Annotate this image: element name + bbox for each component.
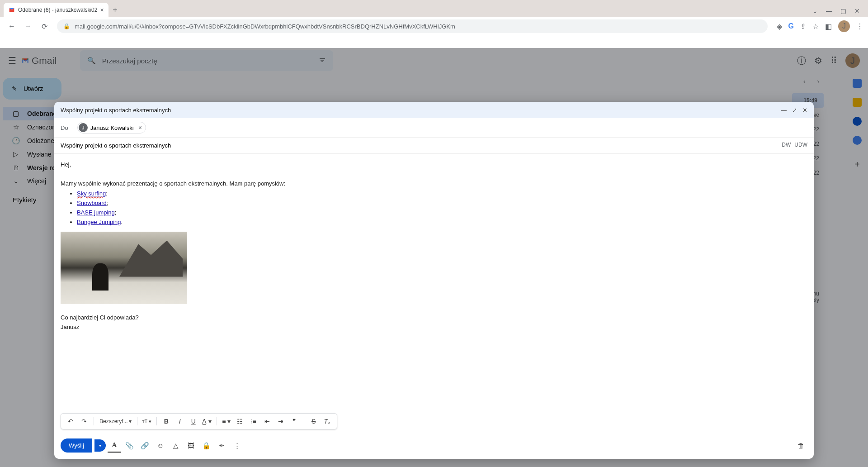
google-icon[interactable]: G xyxy=(788,22,794,30)
url-text: mail.google.com/mail/u/0/#inbox?compose=… xyxy=(75,23,455,30)
body-link[interactable]: Snowboard xyxy=(77,200,107,206)
eye-icon[interactable]: ◈ xyxy=(777,22,782,31)
toolbar-icons: ◈ G ⇪ ☆ ◧ J ⋮ xyxy=(773,20,863,32)
confidential-button[interactable]: 🔒 xyxy=(200,439,213,453)
body-link[interactable]: Sky surfing xyxy=(77,190,106,197)
fullscreen-compose-icon[interactable]: ⤢ xyxy=(792,107,797,114)
bcc-button[interactable]: UDW xyxy=(794,142,807,148)
compose-footer: Wyślij ▾ A 📎 🔗 ☺ △ 🖼 🔒 ✒ ⋮ 🗑 xyxy=(54,434,814,459)
unordered-list-button[interactable]: ⁝≡ xyxy=(248,415,259,427)
send-options-button[interactable]: ▾ xyxy=(94,439,106,452)
minimize-compose-icon[interactable]: — xyxy=(781,107,787,114)
more-options-button[interactable]: ⋮ xyxy=(231,439,244,453)
drive-button[interactable]: △ xyxy=(169,439,183,453)
compose-body[interactable]: Hej, Mamy wspólnie wykonać prezentację o… xyxy=(54,154,814,413)
body-link[interactable]: Bungee Jumping xyxy=(77,219,121,225)
maximize-icon[interactable]: ▢ xyxy=(840,7,846,14)
body-list: Sky surfing; Snowboard; BASE jumping; Bu… xyxy=(61,189,807,227)
font-size-button[interactable]: тT ▾ xyxy=(141,415,153,427)
close-compose-icon[interactable]: ✕ xyxy=(802,107,807,114)
browser-tab[interactable]: Odebrane (6) - januszkowalski02 × xyxy=(4,3,108,17)
strikethrough-button[interactable]: S xyxy=(308,415,320,427)
recipient-chip[interactable]: J Janusz Kowalski × xyxy=(77,122,146,133)
kebab-menu-icon[interactable]: ⋮ xyxy=(856,22,863,31)
bold-button[interactable]: B xyxy=(160,415,172,427)
to-label: Do xyxy=(61,124,68,131)
body-signature: Janusz xyxy=(61,323,807,332)
subject-input[interactable]: Wspólny projekt o sportach ekstremalnych xyxy=(54,138,814,154)
formatting-toolbar: ↶ ↷ Bezszeryf... ▾ тT ▾ B I U A̲ ▾ ≡ ▾ ☷… xyxy=(61,413,337,429)
text-color-button[interactable]: A̲ ▾ xyxy=(201,415,213,427)
undo-button[interactable]: ↶ xyxy=(65,415,76,427)
new-tab-button[interactable]: + xyxy=(108,3,122,17)
to-row[interactable]: Do J Janusz Kowalski × DW UDW xyxy=(54,118,814,138)
embedded-image[interactable] xyxy=(61,232,187,304)
forward-button[interactable]: → xyxy=(21,19,35,33)
send-button[interactable]: Wyślij xyxy=(61,438,92,453)
remove-recipient-icon[interactable]: × xyxy=(138,124,142,131)
redo-button[interactable]: ↷ xyxy=(78,415,90,427)
share-icon[interactable]: ⇪ xyxy=(800,22,806,31)
ordered-list-button[interactable]: ☷ xyxy=(234,415,246,427)
extensions-icon[interactable]: ◧ xyxy=(825,22,832,31)
cc-button[interactable]: DW xyxy=(782,142,791,148)
window-controls: ⌄ — ▢ ✕ xyxy=(812,7,868,17)
body-intro: Mamy wspólnie wykonać prezentację o spor… xyxy=(61,179,807,189)
formatting-toggle-button[interactable]: A xyxy=(108,439,121,453)
compose-dialog: Wspólny projekt o sportach ekstremalnych… xyxy=(54,102,814,459)
quote-button[interactable]: ❞ xyxy=(288,415,300,427)
lock-icon: 🔒 xyxy=(63,23,70,29)
link-button[interactable]: 🔗 xyxy=(138,439,152,453)
align-button[interactable]: ≡ ▾ xyxy=(221,415,232,427)
tab-title: Odebrane (6) - januszkowalski02 xyxy=(18,7,97,13)
reload-button[interactable]: ⟳ xyxy=(37,19,52,33)
body-question: Co najbardziej Ci odpowiada? xyxy=(61,313,807,323)
recipient-name: Janusz Kowalski xyxy=(90,124,134,131)
compose-title: Wspólny projekt o sportach ekstremalnych xyxy=(61,107,171,114)
gmail-app: ☰ Gmail 🔍 Przeszukaj pocztę ⓘ ⚙ ⠿ J ✎ Ut… xyxy=(0,48,868,467)
discard-button[interactable]: 🗑 xyxy=(794,439,807,453)
browser-tab-bar: Odebrane (6) - januszkowalski02 × + ⌄ — … xyxy=(0,0,868,17)
clear-format-button[interactable]: Tₓ xyxy=(321,415,333,427)
indent-more-button[interactable]: ⇥ xyxy=(275,415,287,427)
font-select[interactable]: Bezszeryf... ▾ xyxy=(98,418,133,424)
tab-close-icon[interactable]: × xyxy=(100,6,104,14)
emoji-button[interactable]: ☺ xyxy=(154,439,167,453)
back-button[interactable]: ← xyxy=(5,19,19,33)
browser-avatar[interactable]: J xyxy=(838,20,850,32)
gmail-favicon xyxy=(8,6,15,14)
close-window-icon[interactable]: ✕ xyxy=(854,7,860,14)
compose-header: Wspólny projekt o sportach ekstremalnych… xyxy=(54,102,814,118)
minimize-icon[interactable]: — xyxy=(826,7,832,14)
browser-toolbar: ← → ⟳ 🔒 mail.google.com/mail/u/0/#inbox?… xyxy=(0,17,868,35)
chip-avatar: J xyxy=(79,123,88,132)
indent-less-button[interactable]: ⇤ xyxy=(261,415,273,427)
attach-button[interactable]: 📎 xyxy=(123,439,137,453)
underline-button[interactable]: U xyxy=(188,415,199,427)
image-button[interactable]: 🖼 xyxy=(184,439,198,453)
chevron-down-icon[interactable]: ⌄ xyxy=(812,7,818,14)
signature-button[interactable]: ✒ xyxy=(215,439,229,453)
body-greeting: Hej, xyxy=(61,160,807,170)
star-icon[interactable]: ☆ xyxy=(812,22,819,31)
body-link[interactable]: BASE jumping xyxy=(77,209,115,216)
italic-button[interactable]: I xyxy=(174,415,186,427)
url-bar[interactable]: 🔒 mail.google.com/mail/u/0/#inbox?compos… xyxy=(57,19,768,33)
